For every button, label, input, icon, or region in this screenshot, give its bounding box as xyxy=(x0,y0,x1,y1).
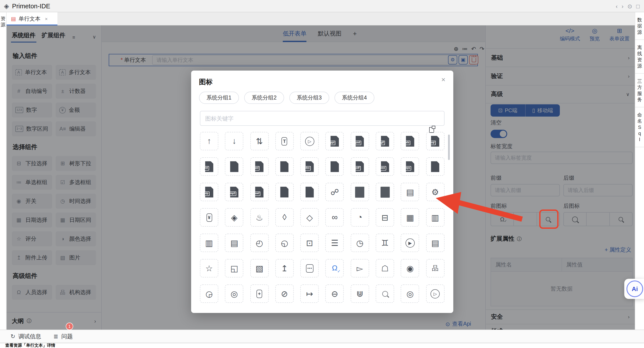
modal-close-icon[interactable]: × xyxy=(441,76,446,84)
chip-system-group-3[interactable]: 系统分组3 xyxy=(289,92,329,104)
shape-3d-icon[interactable]: ◈ xyxy=(225,208,244,226)
target-chat-icon[interactable]: ◎ xyxy=(401,284,419,303)
file-ppt-icon[interactable]: ppt xyxy=(326,132,344,150)
chip-system-group-2[interactable]: 系统分组2 xyxy=(244,92,284,104)
file-attachment-icon[interactable] xyxy=(326,157,344,176)
play-filled-icon: ▶ xyxy=(406,238,415,248)
solid-square-icon[interactable] xyxy=(376,183,394,201)
podcast-icon[interactable]: ◎ xyxy=(225,284,244,303)
user-clock-icon[interactable]: ◴ xyxy=(250,234,268,252)
right-strip-item-3[interactable]: 命名Sql xyxy=(635,108,644,147)
file-pdf-icon: pdf xyxy=(356,161,364,172)
document-tab-active[interactable]: ▤ 单行文本 × xyxy=(6,12,58,26)
file-pdf-icon[interactable]: pdf xyxy=(351,157,369,176)
debug-info-button[interactable]: ↻ 调试信息 xyxy=(10,332,41,340)
diamond-icon: ◇ xyxy=(306,212,313,222)
folder-files-icon[interactable]: ⊟ xyxy=(376,208,394,226)
sort-az-icon[interactable]: ⇅ xyxy=(250,132,268,150)
sign-out-icon[interactable]: ↦ xyxy=(300,284,319,303)
yen-box-icon[interactable]: ¥ xyxy=(200,208,218,226)
file-gif-icon[interactable]: gif xyxy=(376,132,394,150)
ai-assistant-button[interactable]: Ai xyxy=(624,279,644,299)
checklist-icon: ▥ xyxy=(205,238,213,248)
right-strip-item-2[interactable]: 三方服务 xyxy=(635,74,644,108)
send-icon[interactable]: ▻ xyxy=(351,259,369,278)
gauge-icon[interactable]: ◔ xyxy=(351,208,369,226)
badge-check-icon[interactable]: ◉ xyxy=(401,259,419,278)
file-psd-icon[interactable]: psd xyxy=(351,132,369,150)
icon-keyword-input[interactable] xyxy=(200,111,444,126)
file-psd-icon: psd xyxy=(356,136,364,146)
clock-history-icon[interactable]: ◶ xyxy=(200,284,218,303)
file-exe-icon[interactable]: exe xyxy=(376,157,394,176)
image-icon[interactable]: ▧ xyxy=(250,259,268,278)
file-mp3-icon[interactable]: mp3 xyxy=(225,183,244,201)
play-filled-icon[interactable]: ▶ xyxy=(401,234,419,252)
nav-back-icon[interactable]: ‹ xyxy=(616,3,618,10)
screen-scan-icon[interactable]: ⊡ xyxy=(300,234,319,252)
shield-key-icon[interactable]: ☖ xyxy=(376,259,394,278)
right-strip-item-1[interactable]: 离线资源 xyxy=(635,40,644,74)
bookmark-add-icon[interactable]: + xyxy=(250,284,268,303)
resources-strip-label[interactable]: 资源 xyxy=(0,12,6,28)
arrow-down-icon[interactable]: ↓ xyxy=(225,132,244,150)
file-sql-icon[interactable]: sql xyxy=(426,132,444,150)
file-zip-icon[interactable]: zip xyxy=(200,183,218,201)
clock-icon[interactable]: ◷ xyxy=(351,234,369,252)
tab-close-icon[interactable]: × xyxy=(45,16,48,22)
file-icon[interactable] xyxy=(275,157,294,176)
file-avi-icon[interactable]: avi xyxy=(250,157,268,176)
star-icon[interactable]: ☆ xyxy=(200,259,218,278)
upload-device-icon[interactable]: ↥ xyxy=(275,259,294,278)
nav-forward-icon[interactable]: › xyxy=(622,3,624,10)
scan-frame-icon[interactable]: ◱ xyxy=(225,259,244,278)
users-icon[interactable]: ♊ xyxy=(376,234,394,252)
chip-system-group-4[interactable]: 系统分组4 xyxy=(334,92,374,104)
form-list-icon[interactable]: ▤ xyxy=(401,183,419,201)
modal-title: 图标 xyxy=(199,78,212,87)
file-txt-icon[interactable]: txt xyxy=(200,157,218,176)
grid-scrollbar-thumb[interactable] xyxy=(448,134,450,160)
problems-button[interactable]: ≣ 问题 xyxy=(54,332,73,340)
shape-3d-icon: ◈ xyxy=(231,212,238,222)
checklist-icon[interactable]: ▥ xyxy=(200,234,218,252)
play-circle-icon[interactable]: ▷ xyxy=(300,132,319,150)
calendar-icon[interactable]: ▦ xyxy=(401,208,419,226)
file-eps-icon[interactable]: eps xyxy=(401,157,419,176)
solid-square-icon[interactable] xyxy=(351,183,369,201)
chat-minus-icon[interactable]: ⊖ xyxy=(326,284,344,303)
sliders-icon[interactable]: ☰ xyxy=(326,234,344,252)
clipboard-icon[interactable]: ▤ xyxy=(225,234,244,252)
file-doc-icon[interactable]: doc xyxy=(300,157,319,176)
diamond-icon[interactable]: ◇ xyxy=(300,208,319,226)
file-xls-icon[interactable]: xls xyxy=(401,132,419,150)
file-icon[interactable] xyxy=(300,183,319,201)
target-icon[interactable]: ⊙ xyxy=(627,3,632,10)
file-swf-icon[interactable]: swf xyxy=(250,183,268,201)
file-image-icon[interactable] xyxy=(275,183,294,201)
arrow-up-icon[interactable]: ↑ xyxy=(200,132,218,150)
document-icon[interactable]: ▤ xyxy=(426,234,444,252)
badge-check-icon: ◉ xyxy=(406,263,414,273)
sitemap-icon[interactable]: 品 xyxy=(426,259,444,278)
clock-icon: ◷ xyxy=(356,238,364,248)
send-icon: ▻ xyxy=(357,263,363,273)
search-icon[interactable] xyxy=(376,284,394,303)
user-check-icon[interactable]: Ω xyxy=(326,259,344,278)
broken-link-icon[interactable]: ☍ xyxy=(326,183,344,201)
right-strip-item-0[interactable]: 数据源 xyxy=(635,12,644,40)
window-icon[interactable]: □ xyxy=(636,3,640,10)
book-icon[interactable]: ⋓ xyxy=(351,284,369,303)
titlebar: ◈ Primeton-IDE ‹›⊙□ xyxy=(0,0,644,12)
clipboard-clock-icon[interactable]: ◵ xyxy=(275,234,294,252)
fire-icon[interactable]: ♨ xyxy=(250,208,268,226)
file-icon[interactable] xyxy=(225,157,244,176)
message-dots-icon[interactable]: ⋯ xyxy=(300,259,319,278)
ban-icon[interactable]: ⊘ xyxy=(275,284,294,303)
tshirt-icon[interactable]: T xyxy=(275,132,294,150)
play-circle2-icon[interactable]: ▷ xyxy=(426,284,444,303)
file-icon[interactable] xyxy=(426,157,444,176)
gem-icon[interactable]: ◊ xyxy=(275,208,294,226)
link-icon[interactable]: ∞ xyxy=(326,208,344,226)
chip-system-group-1[interactable]: 系统分组1 xyxy=(199,92,239,104)
